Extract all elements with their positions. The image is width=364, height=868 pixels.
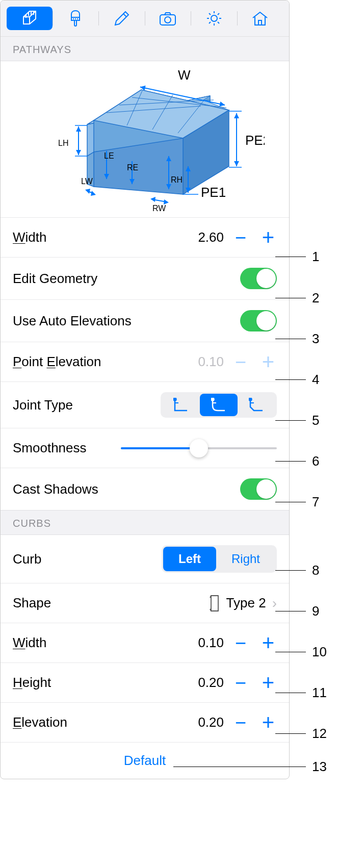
callout-1: 1 (275, 249, 319, 265)
tool-camera[interactable] (145, 7, 191, 30)
curb-elevation-value[interactable]: 0.20 (198, 714, 224, 730)
curb-height-increment[interactable] (259, 674, 277, 692)
svg-point-57 (174, 398, 176, 401)
width-value[interactable]: 2.60 (198, 229, 224, 245)
joint-type-1[interactable] (162, 394, 200, 416)
svg-marker-54 (150, 197, 155, 202)
svg-text:RH: RH (171, 175, 183, 184)
callout-10: 10 (275, 644, 327, 660)
width-stepper (232, 229, 277, 246)
svg-text:LE: LE (104, 151, 114, 160)
svg-point-1 (165, 17, 171, 23)
curb-width-stepper (232, 634, 277, 652)
width-decrement[interactable] (232, 229, 249, 246)
tool-pencil[interactable] (99, 7, 145, 30)
row-joint-type: Joint Type (1, 382, 289, 428)
svg-text:RW: RW (152, 204, 166, 212)
toolbar (1, 1, 289, 37)
svg-text:RE: RE (127, 163, 138, 172)
svg-text:PE1: PE1 (201, 185, 226, 200)
width-increment[interactable] (259, 229, 277, 246)
svg-marker-24 (234, 161, 239, 166)
svg-marker-23 (234, 113, 239, 118)
tool-brush[interactable] (53, 7, 99, 30)
curb-label: Curb (13, 551, 162, 567)
callout-8: 8 (275, 563, 319, 578)
edit-geometry-label: Edit Geometry (13, 271, 240, 287)
inspector-panel: PATHWAYS (0, 0, 290, 779)
pathway-diagram: W PE2 PE1 LH LW (1, 61, 289, 218)
curb-width-decrement[interactable] (232, 634, 249, 652)
shape-value: Type 2 › (209, 595, 277, 612)
joint-type-2[interactable] (200, 394, 238, 416)
callout-6: 6 (275, 453, 319, 469)
joint-type-label: Joint Type (13, 397, 161, 413)
svg-marker-41 (91, 191, 96, 196)
curb-height-value[interactable]: 0.20 (198, 675, 224, 691)
curb-elevation-label: Elevation (13, 714, 198, 730)
curb-elevation-stepper (232, 714, 277, 731)
joint-type-3[interactable] (238, 394, 275, 416)
curb-segmented: Left Right (162, 545, 277, 573)
width-label: Width (13, 229, 198, 245)
curb-elevation-increment[interactable] (259, 714, 277, 731)
callout-3: 3 (275, 331, 319, 347)
point-elevation-stepper (232, 353, 277, 371)
joint-type-segmented (161, 392, 277, 418)
curb-left-button[interactable]: Left (163, 547, 216, 571)
slider-thumb[interactable] (190, 439, 208, 457)
curb-height-label: Height (13, 675, 198, 691)
point-elevation-label: Point Elevation (13, 354, 198, 370)
tool-sun[interactable] (191, 7, 237, 30)
row-width: Width 2.60 (1, 218, 289, 258)
svg-point-58 (212, 398, 214, 401)
row-edit-geometry: Edit Geometry (1, 258, 289, 300)
callout-11: 11 (275, 685, 327, 701)
callout-5: 5 (275, 413, 319, 428)
row-shape[interactable]: Shape Type 2 › (1, 583, 289, 623)
curb-width-increment[interactable] (259, 634, 277, 652)
point-elevation-increment (259, 353, 277, 371)
row-point-elevation: Point Elevation 0.10 (1, 342, 289, 382)
svg-text:LH: LH (58, 139, 68, 147)
point-elevation-decrement (232, 353, 249, 371)
svg-point-2 (211, 15, 217, 21)
edit-geometry-toggle[interactable] (240, 268, 277, 289)
row-curb-elevation: Elevation 0.20 (1, 703, 289, 743)
curb-height-decrement[interactable] (232, 674, 249, 692)
svg-marker-40 (85, 189, 90, 194)
callout-7: 7 (275, 494, 319, 510)
svg-text:W: W (178, 69, 191, 83)
callout-12: 12 (275, 726, 327, 742)
smoothness-slider[interactable] (121, 447, 277, 449)
curb-width-value[interactable]: 0.10 (198, 635, 224, 651)
section-header-curbs: CURBS (1, 510, 289, 535)
callout-9: 9 (275, 603, 319, 619)
row-cast-shadows: Cast Shadows (1, 468, 289, 510)
svg-marker-35 (76, 150, 81, 155)
tool-house[interactable] (238, 7, 283, 30)
svg-rect-3 (258, 20, 262, 25)
point-elevation-value: 0.10 (198, 354, 224, 370)
curb-right-button[interactable]: Right (216, 547, 275, 571)
curb-width-label: Width (13, 635, 198, 651)
shape-icon (209, 595, 220, 612)
auto-elevations-toggle[interactable] (240, 310, 277, 331)
row-curb: Curb Left Right (1, 535, 289, 583)
shape-label: Shape (13, 595, 209, 611)
tool-measure[interactable] (7, 7, 53, 30)
row-curb-width: Width 0.10 (1, 623, 289, 663)
row-curb-height: Height 0.20 (1, 663, 289, 703)
callout-2: 2 (275, 290, 319, 306)
curb-elevation-decrement[interactable] (232, 714, 249, 731)
curb-height-stepper (232, 674, 277, 692)
callout-13: 13 (173, 759, 327, 775)
callout-4: 4 (275, 372, 319, 388)
cast-shadows-toggle[interactable] (240, 478, 277, 500)
cast-shadows-label: Cast Shadows (13, 481, 240, 497)
smoothness-label: Smoothness (13, 440, 121, 456)
auto-elevations-label: Use Auto Elevations (13, 313, 240, 329)
svg-point-59 (249, 398, 252, 401)
svg-marker-34 (76, 126, 81, 132)
row-smoothness: Smoothness (1, 428, 289, 468)
